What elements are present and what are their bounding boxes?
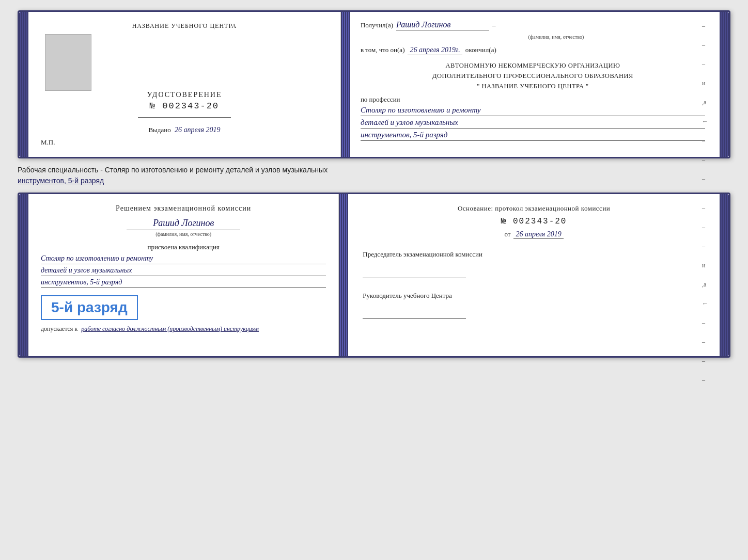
dopuskaetsya-label: допускается к	[41, 325, 77, 332]
resheniem-label: Решением экзаменационной комиссии	[41, 204, 326, 213]
caption-underlined: инструментов, 5-й разряд	[18, 177, 104, 185]
vydano-block: Выдано 26 апреля 2019	[148, 126, 220, 134]
separator-line	[138, 117, 231, 118]
predsedatel-signature-line	[363, 268, 466, 278]
vydano-label: Выдано	[148, 126, 170, 134]
profession-line1: Столяр по изготовлению и ремонту	[361, 106, 705, 116]
top-left-page: НАЗВАНИЕ УЧЕБНОГО ЦЕНТРА УДОСТОВЕРЕНИЕ №…	[28, 12, 341, 157]
rukovoditel-signature-line	[363, 309, 466, 319]
predsedatel-label: Председатель экзаменационной комиссии	[363, 249, 705, 260]
ot-date: 26 апреля 2019	[513, 230, 563, 239]
top-left-title: НАЗВАНИЕ УЧЕБНОГО ЦЕНТРА	[132, 22, 237, 30]
rukovoditel-block: Руководитель учебного Центра	[363, 291, 705, 319]
qual-line2: деталей и узлов музыкальных	[41, 266, 326, 276]
po-professii-label: по профессии	[361, 95, 705, 104]
bottom-name: Рашид Логинов	[127, 218, 240, 230]
qual-line1: Столяр по изготовлению и ремонту	[41, 254, 326, 264]
fio-text-top: (фамилия, имя, отчество)	[528, 34, 584, 40]
fio-label-top: (фамилия, имя, отчество)	[407, 31, 705, 41]
qual-line3: инструментов, 5-й разряд	[41, 278, 326, 288]
highlighted-rank-box: 5-й разряд	[41, 295, 138, 320]
bottom-right-dashes: –––и,а←––––	[702, 204, 708, 384]
v-tom-line: в том, что он(а) 26 апреля 2019г. окончи…	[361, 46, 705, 55]
caption-block: Рабочая специальность - Столяр по изгото…	[18, 165, 730, 186]
recipient-name: Рашид Логинов	[396, 20, 489, 30]
prisvoyena-label: присвоена квалификация	[41, 243, 326, 251]
qual-block: Столяр по изготовлению и ремонту деталей…	[41, 254, 326, 288]
profession-block: Столяр по изготовлению и ремонту деталей…	[361, 106, 705, 141]
bottom-left-page: Решением экзаменационной комиссии Рашид …	[28, 194, 339, 356]
org-line3: " НАЗВАНИЕ УЧЕБНОГО ЦЕНТРА "	[361, 81, 705, 91]
v-tom-date: 26 апреля 2019г.	[408, 46, 462, 55]
bottom-right-page: Основание: протокол экзаменационной коми…	[348, 194, 720, 356]
dopuskaetsya-line: допускается к работе согласно должностны…	[41, 325, 326, 333]
osnovanie-label: Основание: протокол экзаменационной коми…	[363, 204, 705, 213]
org-line2: ДОПОЛНИТЕЛЬНОГО ПРОФЕССИОНАЛЬНОГО ОБРАЗО…	[361, 71, 705, 81]
mp-label: М.П.	[41, 138, 55, 147]
profession-line3: инструментов, 5-й разряд	[361, 131, 705, 141]
bottom-fio-label: (фамилия, имя, отчество)	[41, 231, 326, 237]
protocol-number: № 002343-20	[363, 217, 705, 226]
okonchil-label: окончил(а)	[465, 46, 496, 54]
org-line1: АВТОНОМНУЮ НЕКОММЕРЧЕСКУЮ ОРГАНИЗАЦИЮ	[361, 60, 705, 71]
bottom-document: Решением экзаменационной комиссии Рашид …	[18, 193, 730, 358]
cert-block: УДОСТОВЕРЕНИЕ № 002343-20	[147, 91, 222, 111]
cert-label: УДОСТОВЕРЕНИЕ	[147, 91, 222, 99]
org-block: АВТОНОМНУЮ НЕКОММЕРЧЕСКУЮ ОРГАНИЗАЦИЮ ДО…	[361, 60, 705, 91]
top-document: НАЗВАНИЕ УЧЕБНОГО ЦЕНТРА УДОСТОВЕРЕНИЕ №…	[18, 10, 730, 158]
vydano-date: 26 апреля 2019	[175, 126, 220, 134]
caption-main: Рабочая специальность - Столяр по изгото…	[18, 166, 328, 174]
profession-line2: деталей и узлов музыкальных	[361, 118, 705, 129]
cert-number: № 002343-20	[147, 101, 222, 111]
caption-text: Рабочая специальность - Столяр по изгото…	[18, 165, 730, 186]
bottom-name-block: Рашид Логинов (фамилия, имя, отчество)	[41, 218, 326, 237]
highlighted-rank: 5-й разряд	[51, 299, 128, 315]
poluchil-label: Получил(а)	[361, 21, 393, 29]
rukovoditel-label: Руководитель учебного Центра	[363, 291, 705, 301]
photo-placeholder	[45, 34, 91, 91]
top-right-page: Получил(а) Рашид Логинов – (фамилия, имя…	[350, 12, 720, 157]
right-dashes: –––и,а←––––	[702, 22, 708, 202]
predsedatel-block: Председатель экзаменационной комиссии	[363, 249, 705, 278]
v-tom-label: в том, что он(а)	[361, 46, 405, 54]
recipient-line: Получил(а) Рашид Логинов –	[361, 20, 705, 30]
dopuskaetsya-val: работе согласно должностным (производств…	[81, 325, 259, 332]
ot-date-line: от 26 апреля 2019	[363, 230, 705, 239]
ot-label: от	[504, 230, 510, 238]
